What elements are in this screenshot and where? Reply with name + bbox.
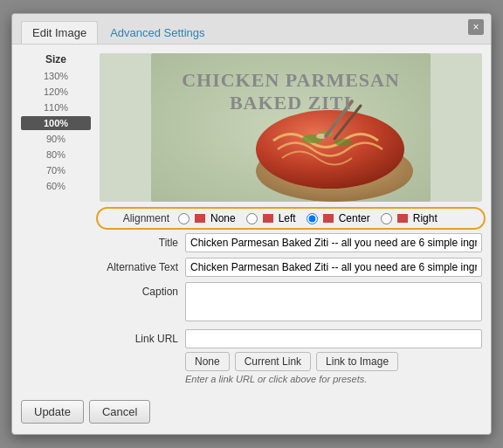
size-option-70[interactable]: 70% — [21, 163, 91, 177]
alt-text-row: Alternative Text — [100, 258, 482, 277]
alignment-label: Alignment — [100, 212, 169, 224]
size-option-110[interactable]: 110% — [21, 100, 91, 114]
none-link-button[interactable]: None — [185, 352, 230, 371]
cancel-button[interactable]: Cancel — [89, 400, 150, 424]
alignment-right-radio[interactable] — [381, 213, 392, 224]
size-options: 130%120%110%100%90%80%70%60% — [21, 69, 91, 193]
title-row: Title — [100, 233, 482, 252]
size-option-130[interactable]: 130% — [21, 69, 91, 83]
size-option-90[interactable]: 90% — [21, 132, 91, 146]
alignment-right-option[interactable]: Right — [381, 212, 438, 224]
center-icon — [323, 214, 334, 223]
size-option-80[interactable]: 80% — [21, 148, 91, 162]
svg-point-4 — [334, 139, 352, 146]
image-overlay-title: CHICKEN PARMESAN BAKED ZITI — [100, 69, 482, 115]
edit-image-dialog: Edit Image Advanced Settings × Size 130%… — [11, 13, 492, 435]
size-option-60[interactable]: 60% — [21, 179, 91, 193]
alignment-radio-group: None Left Center — [178, 212, 438, 224]
update-button[interactable]: Update — [21, 400, 84, 424]
link-url-label: Link URL — [100, 329, 178, 345]
caption-row: Caption — [100, 282, 482, 324]
alignment-none-label: None — [210, 212, 236, 224]
alignment-left-radio[interactable] — [246, 213, 258, 224]
left-icon — [263, 214, 273, 223]
link-preset-buttons: None Current Link Link to Image — [185, 352, 482, 371]
alignment-center-option[interactable]: Center — [307, 212, 370, 224]
dialog-tabs: Edit Image Advanced Settings — [12, 14, 224, 44]
alignment-left-option[interactable]: Left — [246, 212, 296, 224]
title-input[interactable] — [185, 233, 482, 252]
caption-field-container — [185, 282, 482, 324]
current-link-button[interactable]: Current Link — [235, 352, 311, 371]
right-icon — [397, 214, 408, 223]
caption-label: Caption — [100, 282, 178, 298]
alignment-none-option[interactable]: None — [178, 212, 236, 224]
alignment-none-radio[interactable] — [178, 213, 189, 224]
alt-text-input[interactable] — [185, 258, 482, 277]
size-option-100[interactable]: 100% — [21, 116, 91, 130]
dialog-footer: Update Cancel — [12, 393, 491, 434]
link-url-field-container: None Current Link Link to Image Enter a … — [185, 329, 482, 384]
alignment-right-label: Right — [413, 212, 438, 224]
close-button[interactable]: × — [468, 19, 484, 35]
title-label: Title — [100, 233, 178, 249]
size-panel: Size 130%120%110%100%90%80%70%60% — [21, 53, 91, 384]
link-url-row: Link URL None Current Link Link to Image… — [100, 329, 482, 384]
form-area: Alignment None Left — [100, 209, 482, 384]
tab-advanced-settings[interactable]: Advanced Settings — [100, 22, 215, 44]
image-preview: CHICKEN PARMESAN BAKED ZITI — [100, 53, 482, 202]
size-option-120[interactable]: 120% — [21, 85, 91, 99]
size-label: Size — [21, 53, 91, 65]
none-icon — [195, 214, 205, 223]
alt-field-container — [185, 258, 482, 277]
dialog-body: Size 130%120%110%100%90%80%70%60% CHICKE… — [12, 45, 491, 393]
alignment-left-label: Left — [279, 212, 296, 224]
alignment-row: Alignment None Left — [100, 209, 482, 228]
dialog-titlebar: Edit Image Advanced Settings × — [12, 14, 491, 45]
alt-text-label: Alternative Text — [100, 258, 178, 273]
alignment-center-label: Center — [339, 212, 370, 224]
caption-textarea[interactable] — [185, 282, 482, 321]
tab-edit-image[interactable]: Edit Image — [21, 21, 98, 44]
alignment-center-radio[interactable] — [307, 213, 318, 224]
title-field-container — [185, 233, 482, 252]
link-hint: Enter a link URL or click above for pres… — [185, 374, 482, 384]
link-url-input[interactable] — [185, 329, 482, 348]
link-to-image-button[interactable]: Link to Image — [316, 352, 398, 371]
main-content: CHICKEN PARMESAN BAKED ZITI — [100, 53, 482, 384]
